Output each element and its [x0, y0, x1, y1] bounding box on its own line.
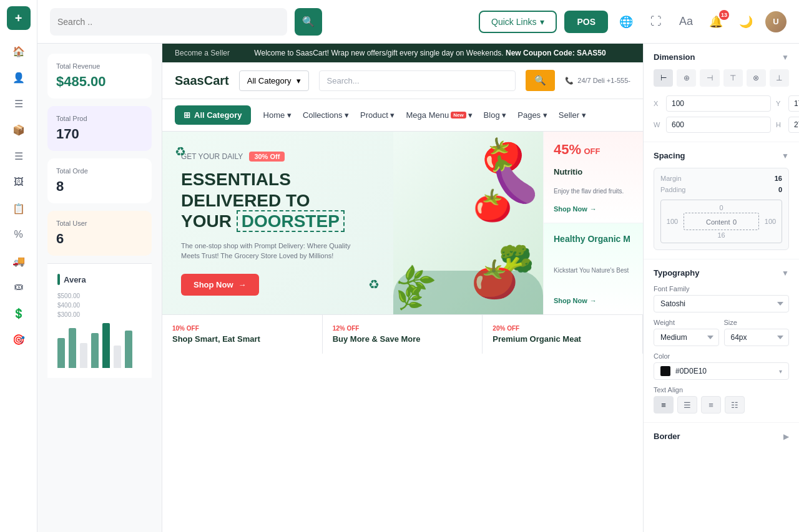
x-input[interactable] — [666, 95, 771, 112]
promo-title-1: Nutritio — [554, 167, 633, 178]
align-bottom-btn[interactable]: ⊥ — [770, 69, 789, 87]
main-wrapper: 🔍 Quick Links ▾ POS 🌐 ⛶ Aa 🔔 13 🌙 U Tota… — [37, 0, 799, 532]
recycle-icon: ♻ — [175, 144, 194, 163]
w-input[interactable] — [666, 117, 771, 133]
product-badge-1: 10% OFF — [172, 325, 312, 332]
align-left-btn[interactable]: ⊢ — [654, 69, 673, 87]
language-icon[interactable]: 🌐 — [615, 11, 637, 32]
product-title-3: Premium Organic Meat — [493, 334, 632, 344]
h-input-group: H — [776, 117, 799, 133]
y-input[interactable] — [788, 95, 799, 112]
notification-icon[interactable]: 🔔 13 — [705, 11, 727, 32]
store-search-button[interactable]: 🔍 — [526, 70, 555, 91]
align-center-v-btn[interactable]: ⊗ — [747, 69, 766, 87]
right-panel: Dimension ▼ ⊢ ⊕ ⊣ ⊤ ⊗ ⊥ X — [643, 44, 799, 532]
padding-label: Padding — [660, 186, 685, 193]
w-input-group: W — [654, 117, 771, 133]
hero-title: ESSENTIALS DELIVERED TO YOUR DOORSTEP — [181, 169, 375, 232]
stat-card-orders: Total Orde 8 — [47, 158, 152, 203]
promo-link-1[interactable]: Shop Now → — [554, 205, 633, 213]
spacing-title: Spacing — [654, 151, 685, 160]
product-title-1: Shop Smart, Eat Smart — [172, 334, 312, 344]
align-center-button[interactable]: ☰ — [677, 396, 697, 414]
nav-item-product[interactable]: Product ▾ — [360, 110, 395, 120]
fullscreen-icon[interactable]: ⛶ — [645, 11, 667, 32]
chart-bars — [57, 318, 142, 368]
nav-item-pages[interactable]: Pages ▾ — [517, 110, 547, 120]
align-center-h-btn[interactable]: ⊕ — [677, 69, 696, 87]
w-label: W — [654, 121, 664, 128]
category-select[interactable]: All Category ▾ — [239, 70, 309, 91]
sidebar-icon-products[interactable]: 📦 — [7, 118, 30, 141]
quick-links-button[interactable]: Quick Links ▾ — [479, 11, 557, 33]
hero-shop-now-button[interactable]: Shop Now → — [181, 274, 259, 296]
color-swatch — [660, 366, 670, 376]
coupon-code: New Coupon Code: SAAS50 — [506, 49, 606, 57]
store-preview: Become a Seller Welcome to SaasCart! Wra… — [162, 44, 643, 532]
nav-item-megamenu[interactable]: Mega Menu New ▾ — [406, 110, 473, 120]
weight-select[interactable]: Medium — [654, 329, 719, 346]
size-group: Size 64px — [724, 319, 790, 346]
hero-title-highlight: DOORSTEP — [237, 210, 345, 232]
dimension-header: Dimension ▼ — [654, 52, 789, 62]
pos-button[interactable]: POS — [564, 11, 608, 33]
sidebar-icon-settings[interactable]: 🎯 — [7, 328, 30, 351]
dimension-inputs: X Y W H — [654, 95, 789, 133]
spacing-section: Spacing ▼ Margin 16 Padding 0 0 — [644, 142, 799, 259]
avatar[interactable]: U — [765, 11, 787, 32]
y-input-group: Y — [776, 95, 799, 112]
left-sidebar: + 🏠 👤 ☰ 📦 ☰ 🖼 📋 % 🚚 🎟 💲 🎯 — [0, 0, 37, 532]
align-top-btn[interactable]: ⊤ — [723, 69, 743, 87]
typography-section: Typography ▼ Font Family Satoshi Weight … — [644, 259, 799, 423]
store-logo: SaasCart — [175, 74, 229, 88]
chevron-down-icon: ▾ — [779, 368, 782, 375]
search-button[interactable]: 🔍 — [295, 8, 322, 36]
nav-item-home[interactable]: Home ▾ — [263, 110, 292, 120]
sidebar-icon-home[interactable]: 🏠 — [7, 40, 30, 62]
search-input[interactable] — [57, 17, 280, 27]
all-category-button[interactable]: ⊞ All Category — [175, 105, 251, 125]
nav-item-seller[interactable]: Seller ▾ — [559, 110, 586, 120]
sidebar-icon-currency[interactable]: 💲 — [7, 302, 30, 324]
dark-mode-icon[interactable]: 🌙 — [735, 11, 757, 32]
spacing-header: Spacing ▼ — [654, 151, 789, 160]
sidebar-icon-menu[interactable]: ☰ — [7, 92, 30, 115]
color-input-wrapper[interactable]: #0D0E10 ▾ — [654, 362, 789, 380]
promo-percent-1: 45% OFF — [554, 142, 633, 158]
border-header: Border ▶ — [654, 432, 789, 441]
nav-item-collections[interactable]: Collections ▾ — [303, 110, 349, 120]
align-right-btn[interactable]: ⊣ — [700, 69, 719, 87]
promo-link-2[interactable]: Shop Now → — [554, 297, 633, 304]
spacing-bottom: 16 — [664, 230, 779, 240]
sidebar-icon-users[interactable]: 👤 — [7, 66, 30, 89]
align-right-button[interactable]: ≡ — [701, 396, 721, 414]
size-select[interactable]: 64px — [724, 329, 790, 346]
size-label: Size — [724, 319, 790, 326]
sidebar-icon-shipping[interactable]: 🚚 — [7, 249, 30, 272]
align-left-button[interactable]: ≡ — [654, 396, 674, 414]
sidebar-icon-reports[interactable]: 📋 — [7, 197, 30, 220]
sidebar-icon-list[interactable]: ☰ — [7, 145, 30, 167]
sidebar-icon-tickets[interactable]: 🎟 — [7, 276, 30, 298]
app-logo[interactable]: + — [7, 6, 31, 30]
dashboard-panel: Total Revenue $485.00 Total Prod 170 Tot… — [37, 44, 162, 532]
border-collapse-icon[interactable]: ▶ — [783, 432, 789, 441]
spacing-collapse-icon[interactable]: ▼ — [782, 152, 789, 160]
translate-icon[interactable]: Aa — [675, 11, 697, 32]
spacing-content: Content 0 — [684, 213, 759, 230]
nav-items: Home ▾ Collections ▾ Product ▾ Mega Menu… — [263, 110, 586, 120]
sidebar-icon-discount[interactable]: % — [7, 223, 30, 246]
sidebar-icon-gallery[interactable]: 🖼 — [7, 171, 30, 193]
h-input[interactable] — [788, 117, 799, 133]
promo-desc-2: Kickstart You Nature's Best — [554, 266, 633, 275]
dimension-collapse-icon[interactable]: ▼ — [782, 53, 789, 62]
hero-section: ♻ GET YOUR DAILY 30% Off ESSENTIALS DELI… — [162, 132, 643, 314]
font-family-select[interactable]: Satoshi — [654, 295, 789, 312]
chart-bar — [125, 331, 132, 368]
h-label: H — [776, 121, 786, 128]
color-value: #0D0E10 — [675, 367, 774, 375]
nav-item-blog[interactable]: Blog ▾ — [484, 110, 507, 120]
align-justify-button[interactable]: ☷ — [725, 396, 745, 414]
typography-collapse-icon[interactable]: ▼ — [782, 269, 789, 278]
store-search[interactable]: Search... — [319, 70, 516, 91]
